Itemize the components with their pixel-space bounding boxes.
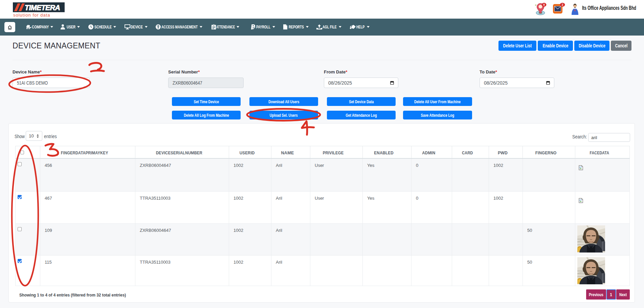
svg-text:0: 0 — [543, 3, 545, 6]
svg-text:2: 2 — [562, 3, 563, 6]
